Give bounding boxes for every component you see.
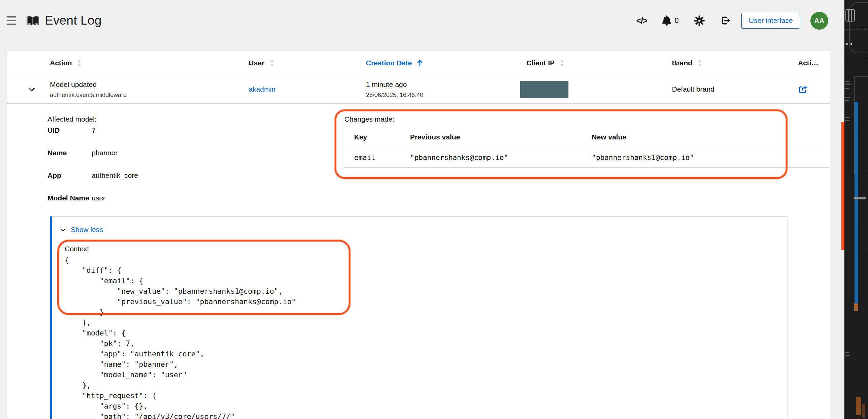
side-panel-marker — [854, 303, 858, 311]
arrow-up-icon — [417, 59, 423, 67]
changes-table-header: Key Previous value New value — [344, 124, 829, 148]
user-link[interactable]: akadmin — [249, 85, 275, 93]
bell-icon — [662, 15, 671, 26]
mini-text — [845, 352, 849, 353]
action-source: authentik.events.middleware — [50, 91, 249, 99]
context-json: { "diff": { "email": { "new_value": "pba… — [65, 255, 296, 419]
mini-text — [845, 120, 849, 121]
context-title: Context — [65, 244, 296, 254]
brand: Event Log — [27, 13, 101, 28]
brand-cell: Default brand — [672, 85, 798, 93]
field-row-app: App authentik_core — [48, 172, 138, 179]
settings-button[interactable] — [693, 13, 705, 28]
menu-icon[interactable] — [7, 16, 16, 25]
event-log-card: Action User Creation Date Client IP Bran… — [7, 51, 830, 419]
client-ip-redaction — [520, 81, 568, 98]
side-panel-drag-handle[interactable] — [854, 197, 866, 199]
mini-text — [845, 88, 849, 89]
chevron-down-icon — [60, 228, 66, 232]
side-panel-scroll-indicator — [855, 102, 858, 303]
change-previous-value: "pbannershanks@comp.io" — [410, 154, 592, 162]
chevron-down-icon — [28, 87, 50, 92]
affected-model-title: Affected model: — [48, 115, 138, 124]
change-key: email — [354, 154, 410, 162]
mini-text — [845, 100, 849, 101]
mini-text — [845, 81, 849, 82]
row-expander-button[interactable] — [7, 87, 50, 92]
side-panel-line — [859, 0, 859, 419]
column-header-action[interactable]: Action — [50, 59, 249, 67]
side-panel — [844, 0, 868, 419]
notification-count: 0 — [675, 16, 679, 25]
avatar[interactable]: AA — [810, 12, 828, 30]
affected-model-section: Affected model: UID 7 Name pbanner App a… — [48, 115, 138, 217]
action-cell: Model updated authentik.events.middlewar… — [50, 80, 249, 99]
side-panel-divider — [844, 29, 868, 30]
notifications-button[interactable]: 0 — [662, 13, 679, 28]
show-less-label: Show less — [71, 226, 103, 234]
book-open-icon — [27, 15, 39, 26]
side-panel-dot — [846, 43, 848, 45]
side-panel-line — [866, 0, 866, 419]
open-event-icon[interactable] — [798, 85, 830, 94]
changes-made-title: Changes made: — [344, 115, 829, 124]
column-header-client-ip[interactable]: Client IP — [526, 59, 672, 67]
column-header-actions: Acti… — [798, 59, 830, 67]
field-row-uid: UID 7 — [48, 127, 138, 134]
masthead: Event Log </> 0 — [0, 0, 844, 41]
mini-text — [845, 97, 850, 98]
column-header-user[interactable]: User — [249, 59, 366, 67]
action-label: Model updated — [50, 80, 249, 89]
created-absolute: 25/06/2025, 16:46:40 — [366, 91, 526, 99]
masthead-actions: </> 0 — [621, 12, 828, 30]
sort-icon — [560, 59, 564, 67]
side-panel-orange-bar — [841, 122, 844, 250]
sign-out-icon — [720, 15, 731, 26]
sort-icon — [698, 59, 702, 67]
sign-out-button[interactable] — [720, 13, 731, 28]
show-less-toggle[interactable]: Show less — [60, 226, 103, 234]
page-title: Event Log — [45, 13, 101, 28]
field-row-name: Name pbanner — [48, 149, 138, 156]
change-new-value: "pbannershanks1@comp.io" — [592, 154, 829, 162]
sort-icon — [77, 59, 82, 67]
context-block: Context { "diff": { "email": { "new_valu… — [65, 244, 296, 419]
changes-table-row: email "pbannershanks@comp.io" "pbannersh… — [344, 148, 829, 168]
mini-text — [845, 355, 850, 356]
actions-cell — [798, 85, 830, 94]
creation-date-cell: 1 minute ago 25/06/2025, 16:46:40 — [366, 80, 526, 99]
field-row-model-name: Model Name user — [48, 194, 138, 201]
gear-icon — [694, 15, 705, 26]
client-ip-cell — [526, 81, 672, 98]
column-header-creation-date[interactable]: Creation Date — [366, 59, 526, 67]
sort-icon — [270, 59, 274, 67]
user-cell: akadmin — [249, 85, 366, 93]
side-panel-dot — [850, 43, 852, 45]
masthead-left: Event Log — [7, 13, 101, 28]
event-row: Model updated authentik.events.middlewar… — [7, 75, 830, 104]
columns-layout-icon — [845, 9, 855, 22]
api-browser-icon[interactable]: </> — [636, 13, 647, 28]
user-interface-button[interactable]: User interface — [741, 13, 800, 29]
side-panel-blob — [856, 397, 861, 415]
context-panel: Show less Context { "diff": { "email": {… — [50, 216, 787, 419]
mini-text — [845, 117, 849, 118]
created-relative: 1 minute ago — [366, 80, 526, 89]
column-header-brand[interactable]: Brand — [672, 59, 798, 67]
side-panel-blob — [862, 404, 865, 418]
table-header-row: Action User Creation Date Client IP Bran… — [7, 51, 830, 75]
side-panel-divider — [844, 58, 868, 58]
mini-text — [845, 84, 851, 85]
changes-made-section: Changes made: Key Previous value New val… — [344, 115, 829, 168]
